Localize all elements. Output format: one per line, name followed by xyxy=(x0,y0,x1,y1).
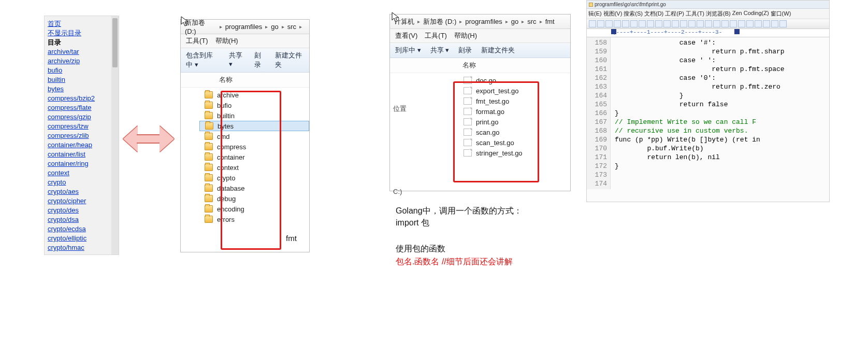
folder-item[interactable]: cmd xyxy=(199,131,309,141)
pkg-link[interactable]: crypto/dsa xyxy=(48,215,115,224)
crumb[interactable]: fmt xyxy=(545,18,555,25)
pkg-link[interactable]: bytes xyxy=(48,84,115,94)
toolbar[interactable]: 到库中 ▾ 共享 ▾ 刻录 新建文件夹 xyxy=(390,43,570,58)
crumb[interactable]: src xyxy=(287,23,296,31)
toolbar-icon[interactable] xyxy=(771,20,778,27)
pkg-link[interactable]: archive/zip xyxy=(48,56,115,66)
folder-item[interactable]: crypto xyxy=(199,173,309,183)
pkg-link[interactable]: builtin xyxy=(48,75,115,84)
toolbar-icon[interactable] xyxy=(663,20,671,27)
toolbar-newfolder[interactable]: 新建文件夹 xyxy=(481,46,515,55)
pkg-link[interactable]: crypto/elliptic xyxy=(48,234,115,243)
crumb[interactable]: 新加卷 (D:) xyxy=(423,17,456,26)
pkg-link[interactable]: context xyxy=(48,168,115,178)
menu-tools[interactable]: 工具(T) xyxy=(186,36,208,46)
file-item[interactable]: export_test.go xyxy=(458,86,570,96)
toolbar-icon[interactable] xyxy=(738,20,745,27)
editor-menu-item[interactable]: 窗口(W) xyxy=(771,10,791,18)
file-item[interactable]: scan.go xyxy=(458,127,570,137)
folder-item[interactable]: debug xyxy=(199,193,309,204)
crumb[interactable]: go xyxy=(511,18,518,25)
crumb[interactable]: 新加卷 (D:) xyxy=(185,18,216,35)
pkg-link[interactable]: crypto/hmac xyxy=(48,243,115,252)
folder-item[interactable]: builtin xyxy=(199,110,309,121)
file-item[interactable]: print.go xyxy=(458,117,570,127)
toolbar-icon[interactable] xyxy=(639,20,646,27)
folder-item[interactable]: bytes xyxy=(199,121,309,131)
column-header-name[interactable]: 名称 xyxy=(181,73,309,88)
column-header-name[interactable]: 名称 xyxy=(390,58,570,73)
breadcrumb[interactable]: 计算机▸ 新加卷 (D:)▸ programfiles▸ go▸ src▸ fm… xyxy=(390,15,570,29)
code-area[interactable]: 1581591601611621631641651661671681691701… xyxy=(587,37,829,189)
folder-item[interactable]: archive xyxy=(199,90,309,100)
pkg-link[interactable]: container/heap xyxy=(48,140,115,150)
pkg-link[interactable]: compress/bzip2 xyxy=(48,94,115,103)
menu-help[interactable]: 帮助(H) xyxy=(454,31,477,40)
toolbar-icon[interactable] xyxy=(705,20,712,27)
pkg-link[interactable]: compress/lzw xyxy=(48,122,115,131)
toolbar-icon[interactable] xyxy=(630,20,638,27)
toolbar-icon[interactable] xyxy=(622,20,629,27)
file-item[interactable]: stringer_test.go xyxy=(458,148,570,158)
toolbar-icon[interactable] xyxy=(779,20,787,27)
editor-menu-item[interactable]: 工具(T) xyxy=(686,10,704,18)
crumb[interactable]: src xyxy=(527,18,536,25)
toolbar-icon[interactable] xyxy=(730,20,737,27)
pkg-link[interactable]: crypto xyxy=(48,178,115,187)
link-home[interactable]: 首页 xyxy=(48,19,115,29)
editor-menu-item[interactable]: 工程(P) xyxy=(665,10,684,18)
menu-bar[interactable]: 工具(T) 帮助(H) xyxy=(181,34,309,48)
pkg-link[interactable]: bufio xyxy=(48,66,115,75)
toolbar-icon[interactable] xyxy=(763,20,770,27)
folder-item[interactable]: container xyxy=(199,152,309,162)
toolbar-icon[interactable] xyxy=(755,20,762,27)
toolbar-icon[interactable] xyxy=(605,20,613,27)
toolbar-icon[interactable] xyxy=(614,20,621,27)
editor-menubar[interactable]: 辑(E)视图(V)搜索(S)文档(D)工程(P)工具(T)浏览器(B)Zen C… xyxy=(587,9,829,19)
editor-tab[interactable]: programfiles\go\src\fmt\print.go xyxy=(587,1,829,9)
toolbar-share[interactable]: 共享 ▾ xyxy=(430,46,450,55)
file-item[interactable]: format.go xyxy=(458,106,570,117)
crumb[interactable]: go xyxy=(271,23,278,31)
menu-tools[interactable]: 工具(T) xyxy=(425,31,447,40)
toolbar-icon[interactable] xyxy=(680,20,687,27)
toolbar-icon[interactable] xyxy=(589,20,596,27)
menu-help[interactable]: 帮助(H) xyxy=(215,36,238,46)
toolbar-icon[interactable] xyxy=(688,20,696,27)
file-item[interactable]: scan_test.go xyxy=(458,137,570,148)
sidebar-scrollbar[interactable] xyxy=(111,16,119,254)
toolbar-addlib[interactable]: 包含到库中 ▾ xyxy=(186,51,220,69)
folder-item[interactable]: encoding xyxy=(199,204,309,214)
crumb[interactable]: programfiles xyxy=(225,23,263,31)
crumb[interactable]: programfiles xyxy=(465,18,502,25)
toolbar-icon[interactable] xyxy=(597,20,604,27)
folder-item[interactable]: database xyxy=(199,183,309,193)
scrollbar-thumb[interactable] xyxy=(112,18,118,67)
link-hide-dir[interactable]: 不显示目录 xyxy=(48,29,115,38)
crumb[interactable]: 计算机 xyxy=(394,17,414,26)
folder-item[interactable]: bufio xyxy=(199,100,309,110)
toolbar-icon[interactable] xyxy=(746,20,754,27)
menu-bar[interactable]: 查看(V) 工具(T) 帮助(H) xyxy=(390,29,570,43)
breadcrumb[interactable]: 新加卷 (D:)▸ programfiles▸ go▸ src▸ xyxy=(181,20,309,34)
folder-item[interactable]: compress xyxy=(199,141,309,152)
editor-menu-item[interactable]: 辑(E) xyxy=(588,10,602,18)
toolbar-burn[interactable]: 刻录 xyxy=(254,51,266,69)
pkg-link[interactable]: container/list xyxy=(48,150,115,159)
code-text[interactable]: case '#': return p.fmt.sharp case ' ': r… xyxy=(611,37,785,189)
pkg-link[interactable]: container/ring xyxy=(48,159,115,168)
pkg-link[interactable]: crypto/cipher xyxy=(48,196,115,206)
toolbar-icon[interactable] xyxy=(721,20,729,27)
editor-menu-item[interactable]: 搜索(S) xyxy=(624,10,643,18)
toolbar-burn[interactable]: 刻录 xyxy=(458,46,472,55)
pkg-link[interactable]: archive/tar xyxy=(48,47,115,56)
toolbar-newfolder[interactable]: 新建文件夹 xyxy=(275,51,304,69)
pkg-link[interactable]: crypto/des xyxy=(48,206,115,215)
pkg-link[interactable]: compress/zlib xyxy=(48,131,115,140)
pkg-link[interactable]: crypto/aes xyxy=(48,187,115,196)
toolbar-icon[interactable] xyxy=(647,20,654,27)
toolbar-icon[interactable] xyxy=(713,20,720,27)
toolbar-share[interactable]: 共享 ▾ xyxy=(229,51,245,69)
toolbar-icon[interactable] xyxy=(655,20,662,27)
editor-menu-item[interactable]: 文档(D) xyxy=(644,10,663,18)
